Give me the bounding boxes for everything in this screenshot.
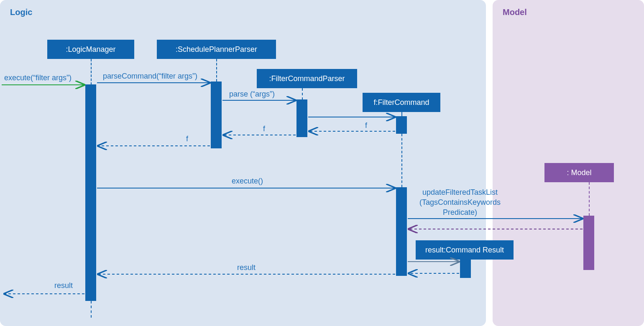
lifeline-fc-mid: [401, 134, 402, 187]
activation-logic-manager: [85, 84, 96, 301]
msg-execute-entry: execute(“filter args”): [4, 74, 72, 82]
participant-model: : Model: [544, 163, 614, 182]
lifeline-model-top: [589, 182, 590, 216]
participant-schedule-planner-parser: :SchedulePlannerParser: [157, 40, 276, 59]
logic-frame-title: Logic: [10, 8, 32, 17]
activation-command-result: [460, 260, 471, 278]
msg-result-2: result: [54, 281, 73, 290]
msg-return-f-1: f: [365, 121, 367, 130]
activation-fc-execute: [396, 187, 407, 276]
participant-logic-manager: :LogicManager: [47, 40, 134, 59]
lifeline-logic-manager-bottom: [91, 301, 92, 318]
msg-execute: execute(): [232, 177, 263, 186]
participant-filter-command-parser: :FilterCommandParser: [257, 69, 357, 88]
activation-spp: [211, 82, 222, 148]
msg-parse: parse (“args”): [229, 90, 275, 99]
activation-fcp: [296, 99, 307, 137]
msg-update-filtered-l2: (TagsContainsKeywords: [418, 198, 502, 207]
msg-result-1: result: [237, 263, 256, 272]
msg-update-filtered-l3: Predicate): [418, 208, 502, 217]
msg-parse-command: parseCommand(“filter args”): [103, 72, 197, 81]
activation-fc-create: [396, 116, 407, 134]
lifeline-fcp-top: [302, 88, 303, 100]
lifeline-fc-top: [401, 112, 402, 116]
participant-filter-command: f:FilterCommand: [363, 93, 440, 112]
participant-command-result: result:Command Result: [416, 240, 514, 260]
lifeline-spp-top: [216, 59, 217, 82]
msg-return-f-2: f: [263, 125, 265, 133]
model-frame-title: Model: [503, 8, 527, 17]
activation-model: [583, 216, 594, 270]
msg-update-filtered-l1: updateFilteredTaskList: [418, 188, 502, 197]
lifeline-logic-manager-top: [91, 59, 92, 85]
msg-return-f-3: f: [186, 135, 188, 143]
